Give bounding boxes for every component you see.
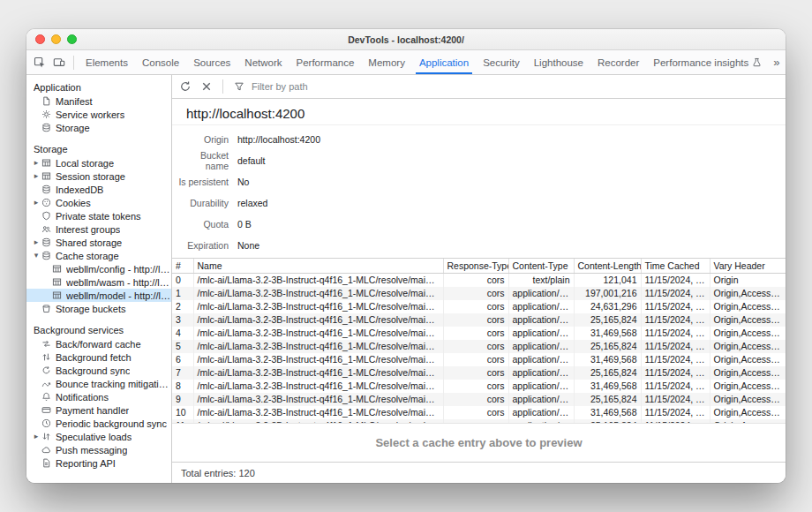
devtools-tab[interactable]: Console bbox=[135, 50, 186, 74]
sidebar-row[interactable]: Cookies bbox=[26, 196, 171, 209]
sidebar-row[interactable]: Manifest bbox=[26, 94, 171, 108]
sidebar-row[interactable]: Session storage bbox=[26, 169, 171, 183]
cache-entry-row[interactable]: 9 /mlc-ai/Llama-3.2-3B-Instruct-q4f16_1-… bbox=[172, 393, 786, 406]
delete-selected-icon[interactable] bbox=[197, 77, 216, 96]
sidebar-row[interactable]: Background sync bbox=[26, 364, 171, 377]
devtools-tab[interactable]: Network bbox=[237, 50, 289, 74]
cache-entry-row[interactable]: 5 /mlc-ai/Llama-3.2-3B-Instruct-q4f16_1-… bbox=[172, 340, 786, 353]
cell-name: /mlc-ai/Llama-3.2-3B-Instruct-q4f16_1-ML… bbox=[193, 366, 443, 380]
table-icon bbox=[51, 264, 63, 275]
cell-name: /mlc-ai/Llama-3.2-3B-Instruct-q4f16_1-ML… bbox=[193, 406, 443, 419]
sidebar-row[interactable]: webllm/config - http://loc… bbox=[26, 262, 171, 275]
cache-entry-row[interactable]: 3 /mlc-ai/Llama-3.2-3B-Instruct-q4f16_1-… bbox=[172, 313, 786, 327]
detail-label: Expiration bbox=[172, 240, 229, 251]
bounce-icon bbox=[41, 379, 52, 389]
sidebar-row[interactable]: Interest groups bbox=[26, 222, 171, 236]
preview-placeholder: Select a cache entry above to preview bbox=[375, 436, 582, 449]
minimize-window-button[interactable] bbox=[51, 34, 61, 44]
devtools-tab[interactable]: Elements bbox=[79, 50, 135, 74]
sidebar-row[interactable]: Bounce tracking mitigations bbox=[26, 377, 171, 390]
token-icon bbox=[41, 211, 52, 222]
cache-entry-row[interactable]: 4 /mlc-ai/Llama-3.2-3B-Instruct-q4f16_1-… bbox=[172, 327, 786, 340]
column-header-time-cached[interactable]: Time Cached bbox=[641, 259, 710, 273]
sidebar-row[interactable]: Background fetch bbox=[26, 350, 171, 364]
inspect-element-icon[interactable] bbox=[30, 53, 49, 72]
cell-content-type: application/oc… bbox=[508, 380, 574, 393]
sidebar-row[interactable]: Notifications bbox=[26, 390, 171, 403]
tab-label: Performance bbox=[297, 57, 355, 68]
sidebar-row[interactable]: Local storage bbox=[26, 156, 171, 169]
table-header-row: # Name Response-Type Content-Type Conten… bbox=[172, 259, 786, 273]
table-icon bbox=[41, 158, 52, 169]
cache-detail-row: Quota 0 B bbox=[172, 214, 786, 235]
devtools-tab[interactable]: Lighthouse bbox=[527, 50, 590, 74]
expand-arrow-icon[interactable] bbox=[32, 199, 41, 207]
cache-entry-row[interactable]: 0 /mlc-ai/Llama-3.2-3B-Instruct-q4f16_1-… bbox=[172, 273, 786, 287]
cell-content-type: application/oc… bbox=[508, 366, 574, 380]
devtools-tab[interactable]: Performance insights bbox=[646, 50, 769, 74]
cell-num: 10 bbox=[172, 406, 193, 419]
sidebar-row[interactable]: webllm/model - http://loc… bbox=[26, 289, 171, 302]
cell-time-cached: 11/15/2024, 10… bbox=[641, 300, 710, 313]
sidebar-row[interactable]: webllm/wasm - http://loca… bbox=[26, 275, 171, 289]
close-window-button[interactable] bbox=[35, 34, 45, 44]
filter-input[interactable] bbox=[252, 81, 446, 92]
expand-arrow-icon[interactable] bbox=[32, 172, 41, 180]
column-header-content-type[interactable]: Content-Type bbox=[508, 259, 574, 273]
cache-entry-row[interactable]: 2 /mlc-ai/Llama-3.2-3B-Instruct-q4f16_1-… bbox=[172, 300, 786, 313]
sidebar-row[interactable]: Reporting API bbox=[26, 456, 171, 470]
expand-arrow-icon[interactable] bbox=[32, 252, 41, 260]
cache-entry-row[interactable]: 1 /mlc-ai/Llama-3.2-3B-Instruct-q4f16_1-… bbox=[172, 287, 786, 300]
refresh-icon[interactable] bbox=[176, 77, 195, 96]
sidebar-row[interactable]: Service workers bbox=[26, 108, 171, 121]
devtools-tab[interactable]: Recorder bbox=[590, 50, 646, 74]
cell-time-cached: 11/15/2024, 10… bbox=[641, 287, 710, 300]
database-icon bbox=[41, 184, 52, 195]
devtools-tab[interactable]: Memory bbox=[361, 50, 412, 74]
traffic-lights bbox=[35, 29, 77, 49]
sidebar-row[interactable]: Back/forward cache bbox=[26, 337, 171, 350]
column-header-num[interactable]: # bbox=[172, 259, 193, 273]
zoom-window-button[interactable] bbox=[67, 34, 77, 44]
column-header-name[interactable]: Name bbox=[193, 259, 443, 273]
device-toolbar-icon[interactable] bbox=[49, 53, 69, 72]
cache-entry-row[interactable]: 10 /mlc-ai/Llama-3.2-3B-Instruct-q4f16_1… bbox=[172, 406, 786, 419]
detail-value: No bbox=[237, 177, 249, 187]
cache-detail-row: Durability relaxed bbox=[172, 192, 786, 214]
cloud-icon bbox=[41, 445, 52, 456]
devtools-tab[interactable]: Application bbox=[412, 50, 476, 74]
sidebar-row[interactable]: Push messaging bbox=[26, 443, 171, 456]
cache-detail-row: Expiration None bbox=[172, 235, 786, 256]
sidebar-row[interactable]: Shared storage bbox=[26, 236, 171, 249]
cell-time-cached: 11/15/2024, 10… bbox=[641, 340, 710, 353]
more-tabs-button[interactable]: » bbox=[769, 56, 784, 69]
table-icon bbox=[51, 277, 63, 288]
sidebar-item-label: Background sync bbox=[56, 365, 130, 376]
cache-entry-row[interactable]: 6 /mlc-ai/Llama-3.2-3B-Instruct-q4f16_1-… bbox=[172, 353, 786, 366]
sidebar-row[interactable]: Speculative loads bbox=[26, 430, 171, 443]
column-header-response-type[interactable]: Response-Type bbox=[443, 259, 508, 273]
cache-entry-row[interactable]: 7 /mlc-ai/Llama-3.2-3B-Instruct-q4f16_1-… bbox=[172, 366, 786, 380]
sidebar-row[interactable]: IndexedDB bbox=[26, 183, 171, 196]
sidebar-row[interactable]: Cache storage bbox=[26, 249, 171, 262]
expand-arrow-icon[interactable] bbox=[32, 433, 41, 440]
sidebar-row[interactable]: Storage bbox=[26, 121, 171, 134]
sidebar-item-label: Bounce tracking mitigations bbox=[56, 379, 171, 389]
column-header-vary-header[interactable]: Vary Header bbox=[710, 259, 786, 273]
column-header-content-length[interactable]: Content-Length bbox=[574, 259, 641, 273]
sidebar-row[interactable]: Periodic background sync bbox=[26, 417, 171, 430]
cache-storage-panel: http://localhost:4200 Origin http://loca… bbox=[172, 75, 786, 483]
expand-arrow-icon[interactable] bbox=[32, 159, 41, 167]
sidebar-row[interactable]: Private state tokens bbox=[26, 209, 171, 222]
expand-arrow-icon[interactable] bbox=[32, 238, 41, 246]
cell-num: 3 bbox=[172, 313, 193, 327]
database-icon bbox=[41, 237, 52, 248]
devtools-tab[interactable]: Security bbox=[476, 50, 527, 74]
cache-entry-row[interactable]: 8 /mlc-ai/Llama-3.2-3B-Instruct-q4f16_1-… bbox=[172, 380, 786, 393]
devtools-window: DevTools - localhost:4200/ Elements Cons… bbox=[26, 29, 786, 483]
devtools-tab[interactable]: Performance bbox=[289, 50, 362, 74]
report-icon bbox=[41, 458, 52, 469]
sidebar-row[interactable]: Storage buckets bbox=[26, 302, 171, 315]
devtools-tab[interactable]: Sources bbox=[186, 50, 237, 74]
sidebar-row[interactable]: Payment handler bbox=[26, 403, 171, 417]
